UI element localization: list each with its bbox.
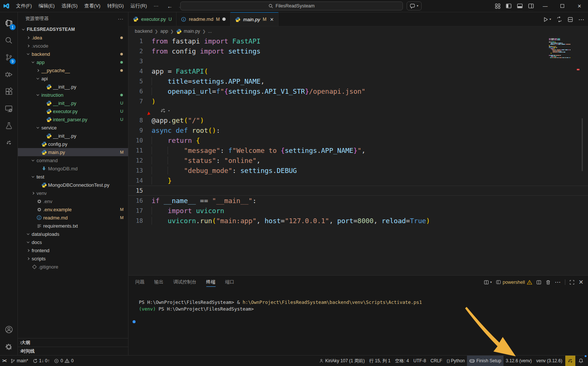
tree-item-.idea[interactable]: .idea <box>18 33 128 42</box>
explorer-more-icon[interactable]: ··· <box>118 16 124 22</box>
menu-item-5[interactable]: 运行(R) <box>127 2 150 10</box>
inline-suggestion-widget[interactable]: ▾ <box>128 106 588 115</box>
panel-more-icon[interactable]: ⋯ <box>555 279 561 286</box>
code-line-9[interactable]: 9async def root(): <box>128 125 588 135</box>
tree-item-__init__.py[interactable]: __init__.py <box>18 132 128 140</box>
encoding-item[interactable]: UTF-8 <box>411 356 428 366</box>
tab-main.py[interactable]: main.pyM✕ <box>231 12 279 26</box>
tree-item-frontend[interactable]: frontend <box>18 246 128 254</box>
code-line-13[interactable]: 13 "debug_mode": settings.DEBUG <box>128 166 588 176</box>
code-line-12[interactable]: 12 "status": "online", <box>128 155 588 166</box>
panel-tab-端口[interactable]: 端口 <box>225 276 235 289</box>
problems-item[interactable]: 0 0 <box>52 356 76 366</box>
panel-tab-终端[interactable]: 终端 <box>206 276 216 289</box>
run-python-file-button[interactable]: ▾ <box>543 17 551 22</box>
command-center-search[interactable]: FilesReadSysteam <box>180 1 403 10</box>
tree-item-.env.example[interactable]: .env.exampleM <box>18 205 128 214</box>
activitybar-search[interactable] <box>0 32 18 49</box>
tree-item-intent_parser.py[interactable]: intent_parser.pyU <box>18 115 128 123</box>
cursor-position-item[interactable]: 行 15, 列 1 <box>367 356 392 366</box>
timeline-section[interactable]: 时间线 <box>18 347 128 355</box>
tree-item-config.py[interactable]: config.py <box>18 140 128 148</box>
notifications-bell[interactable] <box>576 356 586 366</box>
tree-item-MongoDB.md[interactable]: MongoDB.md <box>18 164 128 173</box>
more-actions-icon[interactable]: ⋯ <box>578 16 584 23</box>
pinwheel-extension-status[interactable] <box>565 356 575 366</box>
code-line-15[interactable]: 15 <box>128 186 588 196</box>
outline-section[interactable]: 大纲 <box>18 338 128 347</box>
tree-item-service[interactable]: service <box>18 123 128 132</box>
activitybar-explorer[interactable]: 1 <box>0 15 18 32</box>
tree-item-__init__.py[interactable]: __init__.py <box>18 83 128 91</box>
kill-terminal-icon[interactable] <box>546 280 551 285</box>
breadcrumb-item[interactable]: backend <box>135 29 152 34</box>
maximize-panel-icon[interactable] <box>569 280 575 285</box>
minimap[interactable] <box>549 38 570 58</box>
code-line-7[interactable]: 7) <box>128 96 588 106</box>
tree-item-app[interactable]: app <box>18 58 128 66</box>
code-line-3[interactable]: 3 <box>128 56 588 66</box>
tree-item-docs[interactable]: docs <box>18 238 128 246</box>
close-button[interactable]: ✕ <box>571 0 588 12</box>
tree-item-api[interactable]: api <box>18 74 128 83</box>
terminal-output[interactable]: PS H:\OwnProject\FilesReadSysteam> & h:\… <box>128 289 588 355</box>
tree-item-.env[interactable]: .env <box>18 197 128 205</box>
back-arrow-icon[interactable]: ← <box>167 3 172 9</box>
tree-item-.gitignore[interactable]: .gitignore <box>18 263 128 271</box>
tree-root[interactable]: FILESREADSYSTEAM <box>18 25 128 33</box>
code-line-10[interactable]: 10 return { <box>128 135 588 145</box>
dirty-dot[interactable] <box>222 17 226 21</box>
code-line-11[interactable]: 11 "message": f"Welcome to {settings.APP… <box>128 145 588 155</box>
minimize-button[interactable]: — <box>537 0 554 12</box>
python-interpreter-item[interactable]: 3.12.6 (venv) <box>503 356 534 366</box>
tree-item-__init__.py[interactable]: __init__.pyU <box>18 99 128 107</box>
command-decoration-dot[interactable] <box>133 320 136 323</box>
venv-item[interactable]: venv (3.12.6) <box>534 356 565 366</box>
activitybar-extensions[interactable] <box>0 83 18 100</box>
tree-item-main.py[interactable]: main.pyM <box>18 148 128 156</box>
code-line-18[interactable]: 18 uvicorn.run("main:app", host="127.0.0… <box>128 216 588 226</box>
activitybar-source-control[interactable]: 9 <box>0 49 18 66</box>
editor-scrollbar[interactable] <box>582 118 583 171</box>
tree-item-backend[interactable]: backend <box>18 50 128 58</box>
code-line-1[interactable]: 1from fastapi import FastAPI <box>128 36 588 46</box>
language-mode-item[interactable]: { } Python <box>444 356 467 366</box>
code-editor[interactable]: 1from fastapi import FastAPI2from config… <box>128 36 588 275</box>
breadcrumb-item[interactable]: main.py <box>184 29 200 34</box>
tree-item-executor.py[interactable]: executor.pyU <box>18 107 128 115</box>
activitybar-testing[interactable] <box>0 117 18 134</box>
activitybar-run-debug[interactable] <box>0 66 18 83</box>
indentation-item[interactable]: 空格: 4 <box>393 356 411 366</box>
code-line-4[interactable]: 4app = FastAPI( <box>128 66 588 76</box>
terminal-tab[interactable]: powershell <box>496 280 532 285</box>
tree-item-data-uploads[interactable]: data\uploads <box>18 230 128 238</box>
tree-item-venv[interactable]: venv <box>18 189 128 197</box>
tree-item-MongoDBConnectionTest.py[interactable]: MongoDBConnectionTest.py <box>18 181 128 189</box>
eol-item[interactable]: CRLF <box>428 356 444 366</box>
panel-tab-调试控制台[interactable]: 调试控制台 <box>173 276 197 289</box>
menu-item-1[interactable]: 编辑(E) <box>35 2 58 10</box>
toggle-panel-icon[interactable] <box>514 0 525 12</box>
menu-item-3[interactable]: 查看(V) <box>81 2 104 10</box>
activitybar-remote-explorer[interactable] <box>0 100 18 117</box>
customize-layout-icon[interactable] <box>492 0 503 12</box>
tree-item-command[interactable]: command <box>18 156 128 164</box>
tree-item-instruction[interactable]: instruction <box>18 91 128 99</box>
menu-item-0[interactable]: 文件(F) <box>13 2 35 10</box>
split-terminal-icon[interactable] <box>536 280 541 285</box>
menu-item-2[interactable]: 选择(S) <box>58 2 81 10</box>
tab-executor.py[interactable]: executor.pyU <box>128 12 177 26</box>
copilot-chat-button[interactable]: ▾ <box>407 1 422 10</box>
activitybar-pinwheel-extension[interactable] <box>0 134 18 151</box>
tab-close-icon[interactable]: ✕ <box>270 17 274 22</box>
toggle-secondary-sidebar-icon[interactable] <box>525 0 537 12</box>
tree-item-test[interactable]: test <box>18 173 128 181</box>
toggle-primary-sidebar-icon[interactable] <box>503 0 514 12</box>
close-panel-icon[interactable]: ✕ <box>579 279 584 286</box>
git-sync-item[interactable]: 1↓ 0↑ <box>31 356 52 366</box>
tree-item-.vscode[interactable]: .vscode <box>18 42 128 50</box>
tab-readme.md[interactable]: readme.mdM <box>177 12 231 26</box>
breadcrumb[interactable]: backend❯ app❯ main.py❯ ... <box>128 26 588 36</box>
code-line-8[interactable]: 8@app.get("/") <box>128 115 588 125</box>
breadcrumb-item[interactable]: app <box>160 29 168 34</box>
